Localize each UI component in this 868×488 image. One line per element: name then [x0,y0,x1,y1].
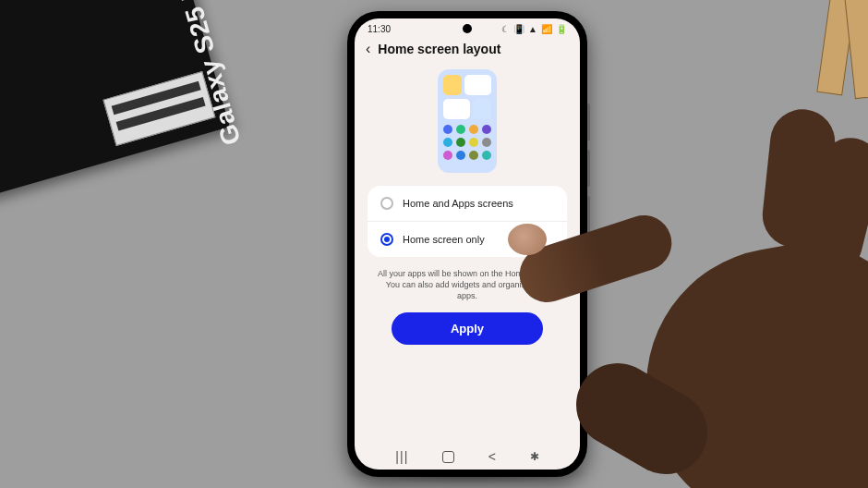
illus-app-icon [456,125,465,134]
illus-app-icon [443,125,452,134]
illus-app-icon [469,125,478,134]
system-nav-bar: ||| < ✱ [355,449,580,464]
wooden-clamp [770,0,868,102]
battery-icon: 🔋 [556,24,567,34]
vibrate-icon: 📳 [513,24,524,34]
nav-accessibility-button[interactable]: ✱ [530,450,539,463]
human-hand [554,137,868,488]
illus-app-icon [443,151,452,160]
nav-back-button[interactable]: < [488,449,496,464]
illus-widget-large [443,99,470,119]
illus-widget-small [443,75,462,95]
nav-recents-button[interactable]: ||| [395,449,408,464]
illus-app-icon [456,138,465,147]
front-camera [463,24,472,33]
page-header: ‹ Home screen layout [355,36,580,66]
illus-app-icon [482,138,491,147]
illus-app-icon [469,151,478,160]
option-label: Home screen only [403,234,485,245]
scene-root: Galaxy S25 Ultra 11:30 ☾ 📳 ▲ 📶 🔋 [0,0,868,488]
option-description: All your apps will be shown on the Home … [355,257,580,311]
status-time: 11:30 [368,24,391,34]
phone-device: 11:30 ☾ 📳 ▲ 📶 🔋 ‹ Home screen layout [347,11,587,477]
layout-options-panel: Home and Apps screens Home screen only [368,186,567,257]
phone-volume-up[interactable] [587,104,590,140]
phone-screen: 11:30 ☾ 📳 ▲ 📶 🔋 ‹ Home screen layout [355,18,580,470]
layout-illustration [355,66,580,186]
option-label: Home and Apps screens [403,198,513,209]
option-home-only[interactable]: Home screen only [368,221,567,257]
illus-widget-small [473,99,491,119]
illus-app-icon [456,151,465,160]
illus-app-icon [443,138,452,147]
product-box: Galaxy S25 Ultra [0,0,230,201]
back-button[interactable]: ‹ [366,42,370,56]
illus-app-icon [482,125,491,134]
signal-icon: 📶 [541,24,552,34]
nav-home-button[interactable] [442,451,454,463]
illus-app-icon [469,138,478,147]
apply-button[interactable]: Apply [392,312,543,345]
illus-widget-large [464,75,491,95]
wifi-icon: ▲ [528,24,537,34]
page-title: Home screen layout [378,42,500,56]
illus-app-icon [482,151,491,160]
product-box-barcode [102,71,215,146]
phone-volume-down[interactable] [587,150,590,187]
radio-icon [380,233,393,246]
radio-icon [380,197,393,210]
dnd-icon: ☾ [501,24,510,34]
phone-power-button[interactable] [587,196,590,251]
option-home-and-apps[interactable]: Home and Apps screens [368,186,567,221]
